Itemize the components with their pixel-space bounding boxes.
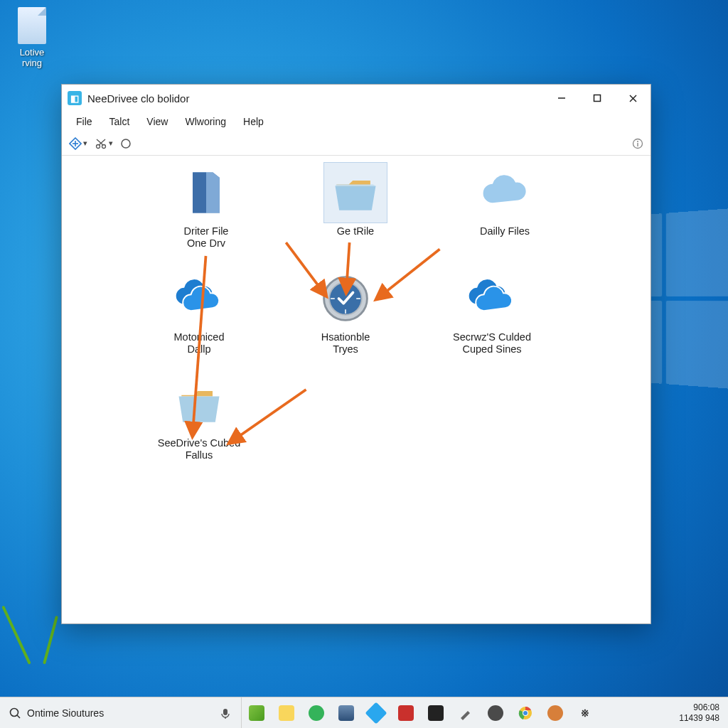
titlebar[interactable]: ◧ NeeDrivee clo bolidor xyxy=(62,85,651,112)
menu-view[interactable]: View xyxy=(139,114,175,129)
taskbar-app-5[interactable] xyxy=(367,704,385,722)
taskbar-app-10[interactable] xyxy=(516,704,535,722)
cloud-icon xyxy=(478,166,532,220)
menu-help[interactable]: Help xyxy=(236,114,271,129)
svg-rect-14 xyxy=(637,143,638,146)
maximize-icon xyxy=(593,94,601,102)
circle-icon xyxy=(120,138,132,149)
app-icon: ◧ xyxy=(68,91,82,105)
svg-point-8 xyxy=(102,144,106,148)
maximize-button[interactable] xyxy=(579,85,615,112)
item-label: SeeDrive's Cubed Fallus xyxy=(146,437,252,462)
item-secrwz[interactable]: Secrwz'S Culded Cuped Sines xyxy=(439,269,545,356)
taskbar-app-7[interactable] xyxy=(427,704,445,722)
taskbar-app-1[interactable] xyxy=(247,704,266,722)
new-button[interactable]: ▾ xyxy=(69,137,87,150)
menubar: File Talct View Wlworing Help xyxy=(62,112,651,132)
svg-point-11 xyxy=(122,139,130,148)
item-getitle[interactable]: Ge tRile xyxy=(302,163,409,250)
item-driter-file[interactable]: Driter File One Drv xyxy=(153,163,259,250)
content-area[interactable]: Driter File One Drv Ge tRile xyxy=(62,156,651,623)
cut-button[interactable]: ▾ xyxy=(95,137,113,150)
file-explorer-window: ◧ NeeDrivee clo bolidor File Talct View … xyxy=(61,84,651,624)
svg-point-7 xyxy=(97,144,100,148)
taskbar-app-11[interactable] xyxy=(546,704,564,722)
taskbar-app-3[interactable] xyxy=(307,704,326,722)
double-cloud-icon xyxy=(465,272,519,326)
tool-icon xyxy=(459,706,473,720)
close-button[interactable] xyxy=(615,85,651,112)
clock-dial-icon xyxy=(318,272,373,326)
taskbar-app-8[interactable] xyxy=(456,704,475,722)
menu-file[interactable]: File xyxy=(69,114,100,129)
taskbar-app-4[interactable] xyxy=(337,704,355,722)
clock-date: 11439 948 xyxy=(679,713,719,723)
svg-line-29 xyxy=(17,715,20,718)
close-icon xyxy=(628,94,638,103)
scissors-icon xyxy=(95,137,107,150)
svg-point-28 xyxy=(11,708,18,716)
item-label: Secrwz'S Culded Cuped Sines xyxy=(439,331,545,356)
chrome-icon xyxy=(518,706,532,720)
clock-time: 906:08 xyxy=(679,702,719,712)
svg-rect-30 xyxy=(223,709,228,715)
open-folder-icon xyxy=(172,378,226,432)
taskbar-clock[interactable]: 906:08 11439 948 xyxy=(673,701,728,724)
item-seedrive[interactable]: SeeDrive's Cubed Fallus xyxy=(146,375,252,462)
item-hsationble[interactable]: Hsationble Tryes xyxy=(292,269,399,356)
item-motomiced[interactable]: Motomiced Dallp xyxy=(146,269,252,356)
taskbar-app-12[interactable]: ※ xyxy=(576,704,594,722)
plus-diamond-icon xyxy=(69,137,82,150)
menu-wlworing[interactable]: Wlworing xyxy=(178,114,233,129)
item-label: Dailly Files xyxy=(451,225,558,237)
svg-rect-1 xyxy=(594,95,601,102)
double-cloud-icon xyxy=(172,272,226,326)
taskbar: Ontime Sioutures ※ 906:08 11439 948 xyxy=(0,697,728,728)
desktop-shortcut[interactable]: Lotive rving xyxy=(4,7,60,68)
search-placeholder: Ontime Sioutures xyxy=(27,707,214,719)
refresh-button[interactable] xyxy=(120,138,132,149)
svg-point-13 xyxy=(637,141,638,142)
minimize-icon xyxy=(557,94,566,102)
item-label: Driter File One Drv xyxy=(153,225,259,250)
minimize-button[interactable] xyxy=(544,85,579,112)
item-label: Hsationble Tryes xyxy=(292,331,399,356)
closed-folder-icon xyxy=(179,166,233,220)
file-icon xyxy=(18,7,46,44)
item-label: Motomiced Dallp xyxy=(146,331,252,356)
open-folder-icon xyxy=(328,166,382,220)
menu-talt[interactable]: Talct xyxy=(102,114,137,129)
search-icon xyxy=(9,707,21,719)
svg-point-22 xyxy=(343,277,348,281)
info-icon xyxy=(632,138,643,149)
taskbar-search[interactable]: Ontime Sioutures xyxy=(0,697,242,728)
taskbar-pinned-apps: ※ xyxy=(242,697,600,728)
info-button[interactable] xyxy=(632,138,643,149)
taskbar-app-2[interactable] xyxy=(277,704,296,722)
mic-icon[interactable] xyxy=(220,707,231,719)
desktop-shortcut-label: Lotive rving xyxy=(4,47,60,68)
toolbar: ▾ ▾ xyxy=(62,132,651,156)
item-label: Ge tRile xyxy=(302,225,409,237)
taskbar-app-6[interactable] xyxy=(397,704,415,722)
window-title: NeeDrivee clo bolidor xyxy=(87,92,189,105)
taskbar-app-9[interactable] xyxy=(486,704,505,722)
svg-point-34 xyxy=(523,711,528,715)
item-dailly-files[interactable]: Dailly Files xyxy=(451,163,558,250)
